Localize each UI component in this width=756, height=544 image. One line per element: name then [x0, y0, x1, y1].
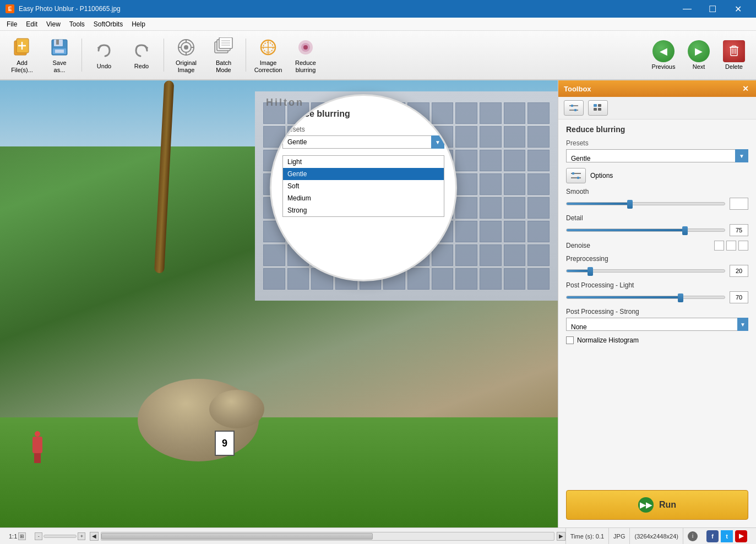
reduce-blurring-icon: [295, 36, 317, 58]
redo-button[interactable]: Redo: [124, 34, 159, 77]
scroll-thumb[interactable]: [101, 533, 373, 540]
batch-mode-button[interactable]: BatchMode: [206, 34, 241, 77]
reduce-blurring-label: Reduceblurring: [295, 59, 316, 74]
zoom-slider-controls: - +: [30, 532, 90, 540]
preset-item-light[interactable]: Light: [283, 156, 444, 168]
zoom-fit-button[interactable]: ⊞: [18, 532, 26, 540]
run-label: Run: [659, 500, 676, 510]
svg-rect-8: [55, 50, 64, 53]
smooth-track[interactable]: [566, 202, 725, 205]
info-icon[interactable]: i: [688, 531, 698, 541]
facebook-icon[interactable]: f: [706, 530, 719, 542]
title-bar-left: E Easy Photo Unblur - P1100665.jpg: [6, 4, 121, 13]
batch-mode-icon: [213, 36, 235, 58]
presets-container: Gentle ▼: [282, 135, 444, 149]
scroll-right-button[interactable]: ▶: [557, 532, 565, 541]
svg-rect-40: [574, 109, 576, 111]
preset-item-gentle[interactable]: Gentle: [283, 168, 444, 180]
minimize-button[interactable]: —: [675, 0, 700, 18]
options-icon[interactable]: [566, 168, 586, 183]
post-light-track[interactable]: [566, 296, 725, 299]
nav-buttons: ◀ Previous ▶ Next Delete: [646, 34, 752, 77]
post-strong-select[interactable]: None: [566, 318, 748, 331]
denoise-check-1[interactable]: [714, 241, 724, 251]
menu-softorbits[interactable]: SoftOrbits: [89, 18, 127, 30]
save-as-button[interactable]: Saveas...: [42, 34, 77, 77]
preprocessing-track[interactable]: [566, 269, 725, 273]
next-button[interactable]: ▶ Next: [681, 34, 716, 77]
save-as-label: Saveas...: [52, 59, 66, 74]
presets-select-display[interactable]: Gentle: [282, 135, 444, 149]
horizontal-scrollbar[interactable]: [101, 532, 554, 541]
previous-button[interactable]: ◀ Previous: [646, 34, 681, 77]
svg-point-13: [184, 45, 188, 50]
twitter-icon[interactable]: t: [721, 530, 733, 542]
undo-icon: [93, 40, 115, 62]
menu-tools[interactable]: Tools: [65, 18, 89, 30]
scroll-left-button[interactable]: ◀: [90, 532, 99, 541]
zoom-slider[interactable]: [43, 535, 77, 538]
reduce-blurring-button[interactable]: Reduceblurring: [288, 34, 323, 77]
delete-button[interactable]: Delete: [716, 34, 752, 77]
add-files-label: AddFile(s)...: [11, 59, 33, 74]
normalize-row: Normalize Histogram: [566, 336, 748, 344]
toolbox-header: Toolbox ✕: [558, 80, 756, 97]
toolbox-grid-icon[interactable]: [588, 100, 608, 116]
info-section: i: [683, 528, 702, 544]
maximize-button[interactable]: ☐: [700, 0, 725, 18]
toolbox-presets-select[interactable]: Gentle: [566, 149, 748, 162]
presets-dropdown-arrow[interactable]: ▼: [431, 135, 444, 149]
run-button[interactable]: ▶▶ Run: [566, 490, 748, 520]
separator-1: [81, 39, 82, 72]
preset-item-strong[interactable]: Strong: [283, 204, 444, 216]
denoise-row: Denoise: [566, 241, 748, 251]
undo-button[interactable]: Undo: [86, 34, 122, 77]
separator-2: [164, 39, 164, 72]
normalize-checkbox[interactable]: [566, 336, 574, 344]
original-image-button[interactable]: OriginalImage: [168, 34, 204, 77]
save-as-icon: [48, 36, 70, 58]
svg-point-30: [303, 45, 308, 50]
detail-container: Detail 75: [566, 214, 748, 236]
preprocessing-value: 20: [730, 265, 748, 277]
detail-track[interactable]: [566, 229, 725, 232]
zoom-in-button[interactable]: +: [78, 532, 85, 540]
normalize-label: Normalize Histogram: [577, 336, 639, 344]
post-strong-container: Post Processing - Strong None ▼: [566, 308, 748, 331]
post-strong-arrow[interactable]: ▼: [737, 318, 748, 331]
smooth-label: Smooth: [566, 188, 748, 195]
previous-label: Previous: [652, 63, 676, 70]
svg-rect-41: [594, 104, 597, 107]
menu-file[interactable]: File: [2, 18, 21, 30]
toolbox-title: Toolbox: [564, 85, 591, 93]
app-icon: E: [6, 4, 14, 13]
redo-label: Redo: [134, 63, 149, 70]
menu-view[interactable]: View: [42, 18, 65, 30]
circle-magnifier: Reduce blurring Presets Gentle ▼ Light G…: [270, 94, 457, 281]
svg-rect-48: [577, 177, 579, 179]
post-light-value: 70: [730, 291, 748, 303]
previous-icon: ◀: [652, 40, 675, 62]
next-icon: ▶: [688, 40, 710, 62]
detail-label: Detail: [566, 214, 748, 222]
denoise-check-3[interactable]: [738, 241, 748, 251]
add-files-button[interactable]: AddFile(s)...: [4, 34, 40, 77]
toolbox-sliders-icon[interactable]: [564, 100, 584, 116]
dimensions-section: (3264x2448x24): [629, 528, 683, 544]
toolbox-close-button[interactable]: ✕: [741, 84, 750, 94]
youtube-icon[interactable]: ▶: [735, 530, 747, 542]
menu-help[interactable]: Help: [127, 18, 150, 30]
denoise-label: Denoise: [566, 242, 590, 249]
menu-edit[interactable]: Edit: [21, 18, 42, 30]
denoise-check-2[interactable]: [726, 241, 736, 251]
image-correction-button[interactable]: ImageCorrection: [251, 34, 286, 77]
preset-item-medium[interactable]: Medium: [283, 192, 444, 204]
zoom-controls: 1:1 ⊞: [4, 532, 30, 540]
time-label: Time (s): 0.1: [570, 533, 604, 540]
preset-item-soft[interactable]: Soft: [283, 180, 444, 192]
format-label: JPG: [613, 533, 625, 540]
toolbox-presets-arrow[interactable]: ▼: [735, 149, 748, 162]
zoom-out-button[interactable]: -: [35, 532, 42, 540]
close-button[interactable]: ✕: [725, 0, 750, 18]
delete-label: Delete: [725, 63, 743, 70]
